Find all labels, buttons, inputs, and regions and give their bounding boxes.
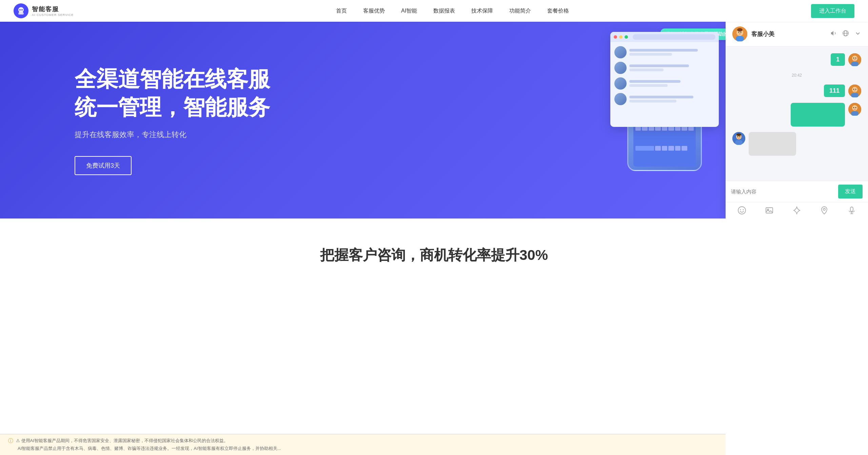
hero-section: 全渠道智能在线客服 统一管理，智能服务 提升在线客服效率，专注线上转化 免费试用… <box>0 22 868 219</box>
nav-tech[interactable]: 技术保障 <box>471 7 493 15</box>
location-icon[interactable] <box>820 206 829 215</box>
ai-icon[interactable] <box>792 206 802 215</box>
svg-point-36 <box>740 209 741 210</box>
hero-subtitle: 提升在线客服效率，专注线上转化 <box>75 130 868 140</box>
svg-rect-41 <box>850 207 853 211</box>
hero-title-line2: 统一管理，智能服务 <box>75 93 868 121</box>
image-icon[interactable] <box>765 206 774 215</box>
chevron-down-icon[interactable] <box>854 30 861 38</box>
logo: 智能客服 AI CUSTOMER SERVICE <box>14 3 74 18</box>
svg-point-9 <box>738 32 739 33</box>
main-nav: 首页 客服优势 AI智能 数据报表 技术保障 功能简介 套餐价格 <box>94 7 811 15</box>
emoji-icon[interactable] <box>737 206 747 215</box>
header: 智能客服 AI CUSTOMER SERVICE 首页 客服优势 AI智能 数据… <box>0 0 868 22</box>
svg-point-0 <box>18 7 24 13</box>
nav-home[interactable]: 首页 <box>336 7 347 15</box>
enter-workspace-button[interactable]: 进入工作台 <box>811 4 854 18</box>
nav-report[interactable]: 数据报表 <box>433 7 455 15</box>
svg-rect-38 <box>766 208 773 213</box>
logo-icon <box>14 3 28 18</box>
globe-icon[interactable] <box>842 30 849 38</box>
hero-title: 全渠道智能在线客服 统一管理，智能服务 <box>75 65 868 121</box>
mic-icon[interactable] <box>847 206 856 215</box>
svg-rect-6 <box>736 36 744 41</box>
logo-sub-text: AI CUSTOMER SERVICE <box>32 13 74 17</box>
svg-point-40 <box>823 208 825 210</box>
nav-price[interactable]: 套餐价格 <box>547 7 569 15</box>
logo-main-text: 智能客服 <box>32 5 74 13</box>
chat-agent-avatar <box>732 26 747 41</box>
nav-feature[interactable]: 功能简介 <box>509 7 531 15</box>
chat-agent-name: 客服小美 <box>751 30 826 38</box>
trial-button[interactable]: 免费试用3天 <box>75 156 132 175</box>
svg-point-10 <box>741 32 742 33</box>
svg-rect-1 <box>19 9 21 11</box>
logo-text: 智能客服 AI CUSTOMER SERVICE <box>32 5 74 17</box>
svg-point-35 <box>738 207 746 214</box>
svg-rect-3 <box>18 13 24 15</box>
nav-advantage[interactable]: 客服优势 <box>363 7 385 15</box>
hero-title-line1: 全渠道智能在线客服 <box>75 65 868 93</box>
svg-rect-2 <box>21 9 23 11</box>
nav-ai[interactable]: AI智能 <box>401 7 417 15</box>
volume-icon[interactable] <box>830 30 837 38</box>
hero-content: 全渠道智能在线客服 统一管理，智能服务 提升在线客服效率，专注线上转化 免费试用… <box>0 45 868 195</box>
svg-point-37 <box>743 209 744 210</box>
section-title: 把握客户咨询，商机转化率提升30% <box>0 246 868 265</box>
chat-toolbar <box>726 202 868 219</box>
chat-header-icons <box>830 30 861 38</box>
chat-header: 客服小美 <box>726 22 868 46</box>
svg-point-8 <box>737 28 743 32</box>
section-white: 把握客户咨询，商机转化率提升30% <box>0 219 868 292</box>
